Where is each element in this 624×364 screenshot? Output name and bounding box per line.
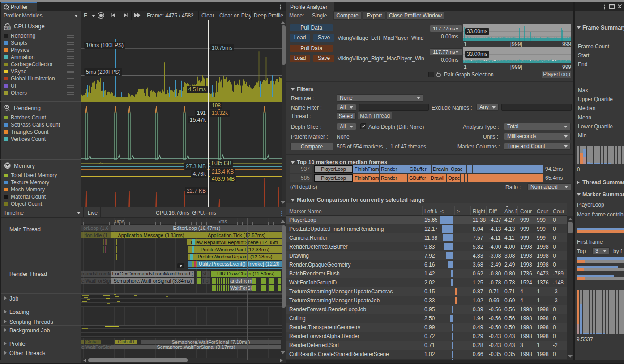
svg-text:CPU: CPU xyxy=(5,27,10,30)
